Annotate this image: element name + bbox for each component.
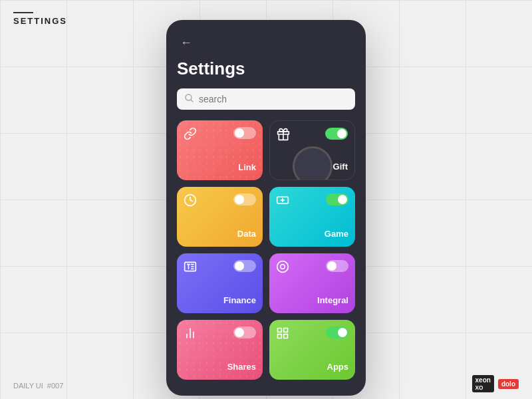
title-line [13,12,33,13]
settings-heading: Settings [177,59,355,79]
tile-top-game [276,194,348,210]
tile-top-shares [184,327,256,343]
toggle-knob-integral [327,261,336,271]
tile-finance[interactable]: Finance [177,253,263,313]
challenge-number: #007 [47,382,63,390]
tile-gift[interactable]: Gift [269,120,355,180]
toggle-link[interactable] [233,127,256,139]
toggle-data[interactable] [233,194,256,205]
back-button[interactable]: ← [177,33,196,52]
toggle-knob-gift [337,129,346,138]
page-title-area: SETTINGS [13,12,67,26]
tile-label-integral: Integral [317,295,348,305]
attribution: DAILY UI #007 [13,382,63,390]
dolo-badge: dolo [498,379,519,389]
toggle-finance[interactable] [233,260,256,272]
svg-line-1 [191,100,193,102]
tile-top-data [184,194,256,210]
tile-label-finance: Finance [223,295,256,305]
tile-label-gift: Gift [333,162,348,172]
svg-line-6 [190,200,193,201]
finance-icon [184,260,197,277]
tile-label-data: Data [237,229,256,239]
svg-rect-16 [284,329,288,332]
toggle-knob-apps [338,328,347,337]
shares-icon [184,327,197,343]
integral-icon [276,260,289,277]
toggle-knob-data [235,195,244,204]
xeon-badge: xeonXO [472,375,494,392]
toggle-knob-link [235,128,244,138]
toggle-apps[interactable] [326,327,348,338]
toggle-knob-shares [235,328,244,337]
settings-card: ← Settings [166,20,366,396]
game-icon [276,194,289,210]
tile-data[interactable]: Data [177,187,263,247]
tile-label-apps: Apps [327,362,349,372]
toggle-shares[interactable] [233,327,256,338]
tile-top-integral [276,260,348,277]
tile-top-gift [277,128,348,144]
svg-rect-15 [278,329,282,332]
tile-label-link: Link [238,162,256,172]
data-icon [184,194,197,210]
tile-link[interactable]: Link [177,120,263,180]
svg-rect-11 [185,262,196,271]
toggle-knob-finance [235,261,244,271]
tile-top-apps [276,327,348,343]
toggle-knob-game [338,195,347,204]
tile-game[interactable]: Game [269,187,355,247]
toggle-gift[interactable] [325,128,348,140]
svg-rect-17 [278,334,282,338]
daily-ui-label: DAILY UI [13,382,43,390]
page-title: SETTINGS [13,16,67,26]
tile-label-game: Game [325,229,348,239]
tile-apps[interactable]: Apps [269,320,355,380]
apps-icon [276,327,289,343]
toggle-game[interactable] [326,194,348,205]
tile-top-finance [184,260,256,277]
toggle-integral[interactable] [326,260,348,272]
search-bar[interactable] [177,88,355,110]
link-icon [184,127,197,144]
brand-area: xeonXO dolo [472,375,519,392]
gift-circle [293,146,332,180]
tiles-grid: Link Gift [177,120,355,380]
svg-rect-18 [284,334,288,338]
tile-shares[interactable]: Shares [177,320,263,380]
gift-icon [277,128,290,144]
back-arrow-icon: ← [180,36,192,50]
search-input[interactable] [199,94,347,104]
tile-top-link [184,127,256,144]
tile-integral[interactable]: Integral [269,253,355,313]
tile-label-shares: Shares [227,362,256,372]
search-icon [185,94,194,104]
